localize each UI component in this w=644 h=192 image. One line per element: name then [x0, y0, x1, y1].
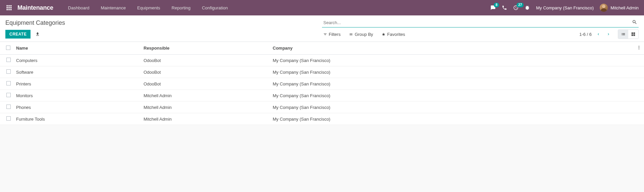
cell-responsible[interactable]: OdooBot [141, 66, 270, 78]
cell-responsible[interactable]: OdooBot [141, 78, 270, 90]
nav-link-equipments[interactable]: Equipments [132, 3, 166, 13]
cell-name[interactable]: Software [13, 66, 141, 78]
table-row[interactable]: SoftwareOdooBotMy Company (San Francisco… [0, 66, 644, 78]
table-row[interactable]: Furniture ToolsMitchell AdminMy Company … [0, 113, 644, 125]
cell-responsible[interactable]: Mitchell Admin [141, 113, 270, 125]
cell-name[interactable]: Computers [13, 55, 141, 66]
select-all-header[interactable] [0, 42, 13, 55]
row-checkbox-cell[interactable] [0, 102, 13, 113]
view-switcher [618, 29, 639, 39]
cell-responsible[interactable]: OdooBot [141, 55, 270, 66]
cell-optional [634, 90, 644, 102]
svg-rect-11 [634, 33, 635, 34]
app-brand[interactable]: Maintenance [17, 4, 53, 11]
checkbox-icon[interactable] [6, 105, 11, 109]
create-button[interactable]: CREATE [5, 30, 31, 39]
company-switcher[interactable]: My Company (San Francisco) [536, 5, 594, 10]
column-header-responsible[interactable]: Responsible [141, 42, 270, 55]
favorites-button[interactable]: Favorites [382, 29, 405, 39]
svg-rect-10 [632, 33, 633, 34]
nav-link-dashboard[interactable]: Dashboard [63, 3, 95, 13]
svg-rect-5 [10, 7, 12, 8]
svg-rect-3 [7, 7, 8, 8]
search-input[interactable] [322, 18, 639, 27]
cell-optional [634, 66, 644, 78]
cell-company[interactable]: My Company (San Francisco) [270, 113, 634, 125]
svg-point-9 [602, 5, 605, 8]
checkbox-icon[interactable] [6, 116, 11, 121]
user-menu[interactable]: Mitchell Admin [600, 4, 639, 12]
cell-company[interactable]: My Company (San Francisco) [270, 102, 634, 113]
checkbox-icon[interactable] [6, 81, 11, 85]
apps-icon[interactable] [5, 4, 13, 11]
page-title: Equipment Categories [5, 18, 65, 26]
filters-button[interactable]: Filters [323, 29, 340, 39]
pager: 1-6 / 6 [579, 31, 612, 38]
cell-company[interactable]: My Company (San Francisco) [270, 90, 634, 102]
table-row[interactable]: PhonesMitchell AdminMy Company (San Fran… [0, 102, 644, 113]
control-panel: Equipment Categories CREATE Filters Grou… [0, 15, 644, 42]
avatar [600, 4, 608, 12]
messages-button[interactable]: 8 [490, 5, 496, 10]
nav-link-maintenance[interactable]: Maintenance [95, 3, 131, 13]
cell-name[interactable]: Monitors [13, 90, 141, 102]
cell-company[interactable]: My Company (San Francisco) [270, 66, 634, 78]
checkbox-icon[interactable] [6, 46, 10, 50]
view-list-button[interactable] [618, 30, 628, 39]
nav-link-reporting[interactable]: Reporting [166, 3, 196, 13]
pager-next-button[interactable] [605, 31, 612, 38]
row-checkbox-cell[interactable] [0, 55, 13, 66]
table-row[interactable]: MonitorsMitchell AdminMy Company (San Fr… [0, 90, 644, 102]
row-checkbox-cell[interactable] [0, 66, 13, 78]
checkbox-icon[interactable] [6, 69, 11, 74]
column-header-name[interactable]: Name [13, 42, 141, 55]
svg-rect-0 [7, 5, 8, 7]
import-button[interactable] [35, 32, 40, 37]
cell-optional [634, 102, 644, 113]
table-row[interactable]: ComputersOdooBotMy Company (San Francisc… [0, 55, 644, 66]
cell-responsible[interactable]: Mitchell Admin [141, 90, 270, 102]
view-kanban-button[interactable] [628, 30, 638, 39]
cell-responsible[interactable]: Mitchell Admin [141, 102, 270, 113]
cell-name[interactable]: Phones [13, 102, 141, 113]
activities-button[interactable]: 27 [513, 5, 519, 10]
table-row[interactable]: PrintersOdooBotMy Company (San Francisco… [0, 78, 644, 90]
cell-company[interactable]: My Company (San Francisco) [270, 55, 634, 66]
svg-rect-13 [634, 35, 635, 36]
list-table: Name Responsible Company ComputersOdooBo… [0, 42, 644, 125]
cp-right: 1-6 / 6 [579, 29, 639, 39]
cell-company[interactable]: My Company (San Francisco) [270, 78, 634, 90]
svg-point-16 [639, 49, 639, 49]
svg-point-15 [639, 47, 639, 48]
search-wrap [322, 18, 639, 27]
filters-label: Filters [329, 32, 340, 37]
pager-prev-button[interactable] [595, 31, 602, 38]
cell-optional [634, 113, 644, 125]
cell-optional [634, 78, 644, 90]
search-icon[interactable] [632, 19, 637, 26]
svg-rect-8 [10, 9, 12, 10]
row-checkbox-cell[interactable] [0, 113, 13, 125]
activities-badge: 27 [517, 3, 524, 7]
groupby-label: Group By [355, 32, 373, 37]
checkbox-icon[interactable] [6, 93, 11, 97]
row-checkbox-cell[interactable] [0, 78, 13, 90]
favorites-label: Favorites [387, 32, 405, 37]
svg-rect-6 [7, 9, 8, 10]
topnav-right: 8 27 My Company (San Francisco) Mitchell… [490, 4, 639, 12]
cell-name[interactable]: Printers [13, 78, 141, 90]
svg-rect-12 [632, 35, 633, 36]
cell-name[interactable]: Furniture Tools [13, 113, 141, 125]
phone-button[interactable] [502, 5, 507, 10]
optional-columns-button[interactable] [634, 42, 644, 55]
cell-optional [634, 55, 644, 66]
groupby-button[interactable]: Group By [349, 29, 373, 39]
messages-badge: 8 [494, 3, 499, 7]
row-checkbox-cell[interactable] [0, 90, 13, 102]
nav-links: Dashboard Maintenance Equipments Reporti… [63, 3, 233, 13]
column-header-company[interactable]: Company [270, 42, 634, 55]
checkbox-icon[interactable] [6, 58, 11, 62]
pager-value[interactable]: 1-6 / 6 [579, 32, 592, 37]
debug-button[interactable] [525, 5, 530, 10]
nav-link-configuration[interactable]: Configuration [197, 3, 233, 13]
